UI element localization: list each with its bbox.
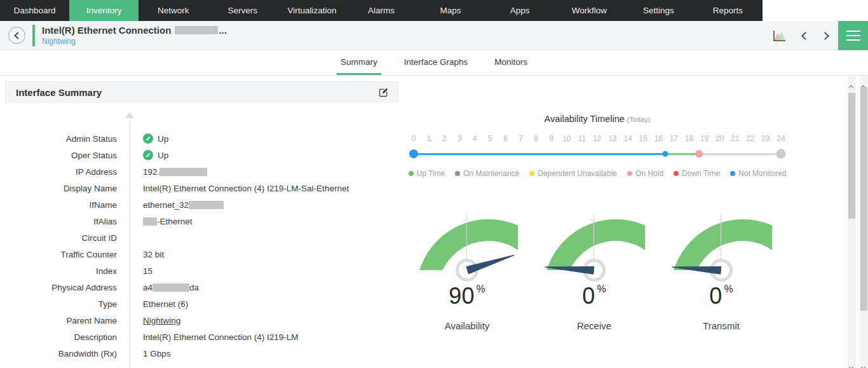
legend-label: Up Time bbox=[417, 169, 445, 178]
edit-icon[interactable] bbox=[378, 87, 389, 98]
tab-monitors[interactable]: Monitors bbox=[491, 50, 531, 75]
prev-icon[interactable] bbox=[801, 33, 808, 39]
nav-item-reports[interactable]: Reports bbox=[693, 0, 763, 21]
gauge-value: 0% bbox=[658, 284, 785, 308]
field-label: IP Address bbox=[0, 167, 117, 177]
redacted-value bbox=[189, 201, 224, 209]
field-label: IfName bbox=[0, 200, 117, 210]
tab-bar: SummaryInterface GraphsMonitors bbox=[0, 50, 868, 76]
timeline-hour-labels: 0123456789101112131415161718192021222324 bbox=[414, 134, 781, 144]
nav-item-workflow[interactable]: Workflow bbox=[555, 0, 624, 21]
field-value-text: Up bbox=[158, 134, 168, 144]
tab-interface-graphs[interactable]: Interface Graphs bbox=[400, 50, 472, 75]
back-button[interactable] bbox=[8, 27, 25, 44]
field-value: 15 bbox=[117, 266, 153, 276]
scroll-down-icon[interactable] bbox=[862, 360, 866, 364]
hour-label: 8 bbox=[534, 134, 538, 143]
field-label: Description bbox=[0, 332, 117, 342]
interface-fields: Admin Status✓UpOper Status✓UpIP Address1… bbox=[0, 130, 398, 362]
hour-label: 11 bbox=[578, 134, 586, 143]
field-value-text: a4 bbox=[143, 283, 153, 292]
gauge-availability: 90%Availability bbox=[403, 214, 531, 331]
hour-label: 5 bbox=[488, 134, 492, 143]
gauge-value: 90% bbox=[403, 284, 531, 308]
hour-label: 13 bbox=[608, 134, 616, 143]
legend-label: On Hold bbox=[635, 169, 663, 178]
hour-label: 19 bbox=[700, 134, 709, 143]
field-value-text: -Ethernet bbox=[157, 217, 193, 226]
parent-name-link[interactable]: Nightwing bbox=[143, 316, 180, 325]
menu-button[interactable] bbox=[838, 21, 868, 50]
redacted-value bbox=[143, 217, 157, 226]
timeline-marker bbox=[409, 149, 418, 158]
parent-device-link[interactable]: Nightwing bbox=[42, 37, 227, 46]
field-value-text: Intel(R) Ethernet Connection (4) I219-LM bbox=[143, 332, 299, 342]
timeline-segment-up-time bbox=[665, 153, 699, 155]
hour-label: 23 bbox=[761, 134, 770, 143]
field-value-text: Up bbox=[158, 151, 168, 160]
timeline-title: Availability Timeline bbox=[545, 114, 625, 124]
legend-item: Up Time bbox=[409, 169, 445, 178]
field-value-text: 1 Gbps bbox=[143, 349, 171, 358]
hour-label: 6 bbox=[503, 134, 508, 143]
scroll-up-icon[interactable] bbox=[850, 80, 854, 85]
legend-label: Down Time bbox=[682, 169, 720, 178]
nav-item-apps[interactable]: Apps bbox=[485, 0, 555, 21]
scroll-up-icon[interactable] bbox=[862, 80, 866, 85]
collapse-arrow-icon[interactable] bbox=[125, 112, 134, 118]
next-icon[interactable] bbox=[822, 33, 830, 39]
legend-dot-icon bbox=[627, 171, 632, 176]
gauge-label: Availability bbox=[403, 320, 531, 331]
field-row: Index15 bbox=[0, 262, 398, 279]
redacted-value bbox=[153, 283, 189, 292]
legend-item: Down Time bbox=[674, 169, 720, 178]
scroll-down-icon[interactable] bbox=[850, 360, 854, 364]
redacted-value bbox=[159, 168, 207, 176]
legend-item: On Maintenance bbox=[455, 169, 519, 178]
gauge-tick bbox=[593, 214, 594, 259]
timeline-legend: Up TimeOn MaintenanceDependent Unavailab… bbox=[411, 169, 783, 178]
field-label: Physical Address bbox=[0, 283, 117, 292]
nav-item-dashboard[interactable]: Dashboard bbox=[0, 0, 69, 21]
field-row: Oper Status✓Up bbox=[0, 147, 398, 163]
hour-label: 14 bbox=[623, 134, 632, 143]
outer-scrollbar[interactable] bbox=[860, 76, 868, 368]
legend-item: On Hold bbox=[627, 169, 663, 178]
inner-scrollbar[interactable] bbox=[848, 76, 856, 368]
nav-item-inventory[interactable]: Inventory bbox=[69, 0, 139, 21]
area-chart-icon[interactable] bbox=[771, 29, 787, 43]
right-panel: Availability Timeline(Today) 01234567891… bbox=[400, 76, 848, 368]
nav-item-virtualization[interactable]: Virtualization bbox=[277, 0, 346, 21]
hour-label: 2 bbox=[442, 134, 447, 143]
timeline-segment-not-monitored bbox=[414, 153, 665, 155]
field-value: Nightwing bbox=[117, 316, 180, 325]
hour-label: 0 bbox=[412, 134, 416, 143]
field-value: 192. bbox=[117, 167, 207, 177]
legend-label: Not Monitored bbox=[738, 169, 786, 178]
tab-summary[interactable]: Summary bbox=[337, 50, 381, 75]
gauge-value: 0% bbox=[531, 284, 658, 308]
nav-item-alarms[interactable]: Alarms bbox=[346, 0, 416, 21]
timeline-subtitle: (Today) bbox=[627, 116, 651, 123]
field-row: Circuit ID bbox=[0, 229, 398, 246]
field-label: Bandwidth (Rx) bbox=[0, 349, 117, 358]
hour-label: 12 bbox=[593, 134, 601, 143]
timeline-marker bbox=[663, 151, 668, 157]
field-row: Bandwidth (Rx)1 Gbps bbox=[0, 345, 398, 362]
nav-item-settings[interactable]: Settings bbox=[624, 0, 693, 21]
outer-scrollbar-thumb[interactable] bbox=[860, 87, 867, 311]
nav-item-servers[interactable]: Servers bbox=[208, 0, 277, 21]
interface-summary-title: Interface Summary bbox=[16, 87, 378, 98]
nav-item-maps[interactable]: Maps bbox=[416, 0, 485, 21]
nav-item-network[interactable]: Network bbox=[139, 0, 208, 21]
field-row: IfAlias-Ethernet bbox=[0, 213, 398, 229]
inner-scrollbar-thumb[interactable] bbox=[848, 93, 855, 219]
field-value: Ethernet (6) bbox=[117, 299, 188, 309]
hour-label: 4 bbox=[473, 134, 477, 143]
field-value-text: 192. bbox=[143, 167, 159, 177]
field-value: ✓Up bbox=[117, 150, 168, 160]
legend-item: Dependent Unavailable bbox=[529, 169, 617, 178]
field-value-text: ethernet_32 bbox=[143, 200, 189, 210]
field-value-text: Intel(R) Ethernet Connection (4) I219-LM… bbox=[143, 184, 349, 193]
page-title: Intel(R) Ethernet Connection bbox=[42, 25, 171, 36]
